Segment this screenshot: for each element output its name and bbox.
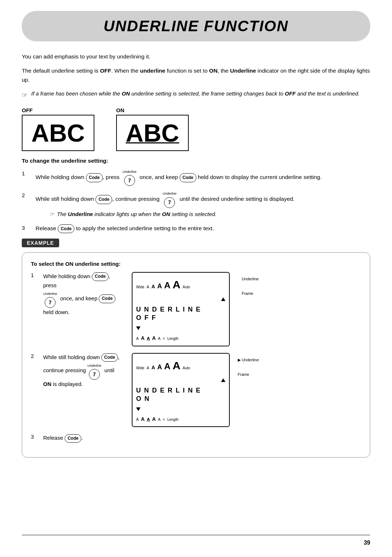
para2-text3: function is set to	[165, 68, 209, 74]
abc-off-text: ABC	[31, 119, 85, 147]
ex-step-2-right: Wide A A A A A Auto	[132, 353, 361, 427]
lcd2-a1: A	[147, 365, 149, 371]
lcd1-underline-label: Underline	[242, 276, 259, 282]
ex-code-key-4: Code	[65, 434, 81, 443]
code-key-3: Code	[95, 195, 112, 204]
lcd-display-1-wrapper: Wide A A A A A Auto	[132, 272, 230, 346]
step-2-note: ☞ The Underline indicator lights up when…	[49, 210, 370, 219]
lcd1-a1: A	[147, 284, 149, 290]
underline-label-2: Underline	[163, 191, 177, 196]
ex-step-3-num: 3	[31, 434, 37, 440]
lcd1-a4: A	[164, 278, 170, 293]
ex-step-3-content: Release Code.	[43, 434, 361, 443]
lcd1-a3: A	[157, 281, 162, 292]
lcd2-line1: U N D E R L I N E	[136, 386, 225, 395]
off-label: OFF	[22, 107, 33, 113]
ex-code-key-2: Code	[99, 294, 115, 303]
intro-para-2: The default underline setting is OFF. Wh…	[22, 66, 370, 85]
underline-label-1: Underline	[123, 169, 137, 175]
intro-para-1: You can add emphasis to your text by und…	[22, 52, 370, 61]
lcd2-right-labels: ▶ Underline Frame	[238, 357, 259, 378]
lcd1-frame-label: Frame	[242, 290, 259, 297]
code-key-1: Code	[86, 173, 103, 182]
lcd2-underline-label: ▶ Underline	[238, 357, 259, 363]
lcd2-ba1: A	[136, 416, 139, 423]
lcd1-bottom-row: A A A̱ A A < Length	[136, 334, 225, 342]
step-2-content: While still holding down Code, continue …	[36, 191, 370, 219]
ex-step-1-right: Wide A A A A A Auto	[132, 272, 361, 346]
step-3-content: Release Code to apply the selected under…	[36, 224, 370, 233]
lcd2-frame-label: Frame	[238, 371, 259, 378]
lcd2-ba3: A̱	[147, 416, 150, 423]
ex-step-1-left: While holding down Code, press Underline…	[43, 272, 123, 317]
lcd1-ba4: A	[152, 334, 156, 342]
lcd2-line2: O N	[136, 395, 225, 403]
note-text: If a frame has been chosen while the ON …	[31, 89, 360, 98]
lcd2-less: <	[163, 416, 165, 423]
lcd1-a2: A	[151, 282, 155, 291]
lcd2-ba4: A	[152, 415, 156, 423]
lcd1-main-text: U N D E R L I N E O F F	[136, 305, 225, 323]
page-title: UNDERLINE FUNCTION	[36, 17, 356, 35]
ex-num-7-key-2: 7	[89, 369, 100, 380]
lcd1-less: <	[163, 335, 165, 342]
ex-step-2-left: While still holding down Code, continue …	[43, 353, 123, 389]
lcd1-length: Length	[167, 336, 179, 342]
ex-code-key-3: Code	[101, 353, 118, 362]
lcd1-tri-down	[136, 324, 225, 333]
lcd2-ba5: A	[158, 416, 160, 423]
note-icon-2: ☞	[49, 210, 54, 219]
para2-text2: . When the	[111, 68, 140, 74]
para2-on: ON	[209, 68, 217, 74]
step-1-content: While holding down Code, press Underline…	[36, 169, 370, 186]
ex-step-1-row: While holding down Code, press Underline…	[43, 272, 361, 346]
ex-step-1-content: While holding down Code, press Underline…	[43, 272, 361, 346]
abc-on-text: ABC	[126, 119, 179, 147]
step-2: 2 While still holding down Code, continu…	[22, 191, 370, 219]
example-badge: EXAMPLE	[22, 239, 59, 247]
lcd2-a5: A	[173, 357, 181, 375]
ex-num-7-key-1: 7	[45, 297, 56, 308]
lcd1-wide: Wide	[136, 284, 144, 290]
ex-underline-label-1: Underline	[43, 291, 57, 297]
lcd-display-1: Wide A A A A A Auto	[132, 272, 230, 346]
para2-text4: , the	[217, 68, 230, 74]
ex-underline-label-2: Underline	[87, 363, 102, 369]
example-box: To select the ON underline setting: 1 Wh…	[22, 252, 370, 458]
on-label: ON	[116, 107, 124, 113]
ex-steps-list: 1 While holding down Code, press Underli…	[31, 272, 361, 443]
lcd2-tri-up	[136, 376, 225, 385]
para2-underline: underline	[140, 68, 166, 74]
lcd1-ba5: A	[158, 335, 160, 342]
bottom-rule	[22, 535, 370, 535]
lcd2-bottom-row: A A A̱ A A < Length	[136, 415, 225, 423]
lcd2-a2: A	[151, 363, 155, 372]
step-2-num: 2	[22, 191, 29, 200]
lcd1-ba2: A	[141, 334, 144, 342]
lcd2-length: Length	[167, 417, 179, 423]
ex-step-3: 3 Release Code.	[31, 434, 361, 443]
lcd1-ba1: A	[136, 335, 139, 342]
lcd1-line2: O F F	[136, 314, 225, 322]
step-2-note-text: The Underline indicator lights up when t…	[57, 210, 216, 219]
ex-step-1: 1 While holding down Code, press Underli…	[31, 272, 361, 346]
abc-on-block: ON ABC	[116, 107, 189, 151]
para2-text1: The default underline setting is	[22, 68, 100, 74]
lcd2-tri-down	[136, 405, 225, 414]
lcd1-ba3: A̱	[147, 335, 150, 342]
num-7-key-1: 7	[124, 175, 135, 186]
ex-step-2-content: While still holding down Code, continue …	[43, 353, 361, 427]
abc-off-box: ABC	[22, 115, 94, 151]
abc-off-block: OFF ABC	[22, 107, 94, 151]
note-line: ☞ If a frame has been chosen while the O…	[22, 89, 370, 101]
code-key-4: Code	[58, 224, 74, 233]
lcd-display-2: Wide A A A A A Auto	[132, 353, 230, 427]
change-heading: To change the underline setting:	[22, 158, 370, 164]
lcd2-a3: A	[157, 362, 162, 373]
ex-step-2-num: 2	[31, 353, 37, 359]
lcd2-auto: Auto	[183, 365, 190, 371]
para2-Underline: Underline	[230, 68, 256, 74]
step-1-num: 1	[22, 169, 29, 178]
code-key-2: Code	[180, 173, 196, 182]
ex-step-1-num: 1	[31, 272, 37, 278]
